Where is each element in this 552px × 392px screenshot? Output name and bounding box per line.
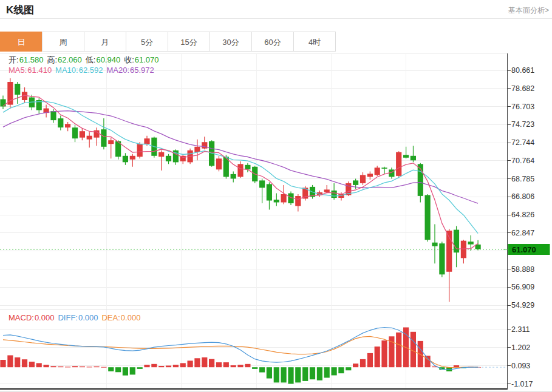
price-axis-label: 58.888 [511,265,534,274]
candle-body [259,180,265,188]
price-axis-label: 70.764 [511,157,534,165]
macd-hist-bar [80,367,85,367]
candle-body [274,200,279,203]
legend-value: 62.060 [58,55,82,64]
macd-legend: MACD:0.000DIFF:0.000DEA:0.000 [9,313,144,322]
macd-hist-bar [237,365,243,367]
candle-body [367,174,373,177]
macd-hist-bar [0,360,5,367]
legend-value: 61.580 [19,55,44,64]
candle-body [194,147,200,152]
macd-hist-bar [188,360,193,367]
price-axis-label: 68.785 [511,175,534,183]
candle-body [87,136,92,140]
legend-value: 62.592 [79,66,103,75]
legend-label: MA10: [55,66,78,75]
candle-body [439,243,445,274]
candle-body [50,111,56,120]
candle-body [0,100,5,107]
macd-hist-bar [259,367,265,372]
macd-hist-bar [137,367,143,369]
macd-hist-bar [302,367,308,381]
candle-body [130,156,135,160]
legend-label: 开: [9,55,19,64]
macd-hist-bar [166,366,171,368]
candle-body [15,84,20,95]
candle-body [123,156,128,163]
macd-hist-bar [274,367,279,382]
candle-body [202,142,207,149]
macd-hist-bar [367,353,373,367]
candle-body [281,194,287,203]
macd-hist-bar [288,367,293,384]
macd-hist-bar [36,363,42,367]
macd-hist-bar [375,346,380,367]
legend-label: 低: [86,55,96,64]
price-axis-label: 74.723 [511,120,534,129]
macd-hist-bar [295,367,301,382]
macd-hist-bar [115,367,121,372]
macd-hist-bar [72,366,78,367]
macd-hist-bar [381,340,387,367]
macd-hist-bar [65,367,70,367]
candle-body [381,167,387,169]
macd-hist-bar [396,333,401,367]
macd-hist-bar [281,367,287,382]
macd-axis-label: 0.093 [511,362,530,370]
macd-hist-bar [317,367,322,380]
current-price-tag-value: 61.070 [512,245,536,254]
macd-hist-bar [101,367,106,368]
macd-axis-label: 1.202 [511,343,530,352]
candle-body [324,189,330,192]
macd-hist-bar [267,367,272,378]
macd-hist-bar [310,367,315,379]
candle-body [137,144,143,157]
macd-hist-bar [22,359,27,367]
candle-body [425,195,431,240]
candle-body [108,140,114,144]
candle-body [461,241,466,259]
macd-hist-bar [231,365,236,367]
candle-body [216,158,222,169]
macd-hist-bar [411,332,416,367]
legend-value: 61.410 [27,66,52,75]
ohlc-legend: 开:61.580高:62.060低:60.940收:61.070 [9,55,163,66]
candle-body [158,152,164,157]
candle-body [80,131,85,138]
kline-app: K线图 基本面分析> 日周月5分15分30分60分4时 80.66178.682… [0,0,552,392]
legend-value: 65.972 [130,66,154,75]
price-axis-label: 76.703 [511,103,534,111]
legend-value: 60.940 [96,55,120,64]
price-axis-label: 80.661 [511,66,534,75]
macd-hist-bar [180,363,186,367]
candle-body [360,175,366,183]
macd-hist-bar [216,362,222,367]
candle-body [468,242,474,245]
candle-body [58,118,63,127]
price-axis-label: 64.826 [511,211,534,219]
macd-hist-bar [252,367,257,369]
legend-label: 高: [47,55,57,64]
candle-body [396,152,401,176]
macd-hist-bar [360,359,366,367]
candle-body [144,138,149,144]
macd-hist-bar [50,366,56,367]
legend-label: MACD: [9,313,34,322]
candle-body [245,165,250,170]
legend-label: DIFF: [58,313,78,322]
candle-body [231,174,236,179]
legend-value: 0.000 [35,313,55,322]
macd-hist-bar [15,357,20,367]
macd-hist-bar [332,367,337,375]
legend-label: MA20: [106,66,129,75]
macd-hist-bar [87,367,92,367]
macd-hist-bar [209,359,214,368]
candle-body [166,156,171,161]
macd-hist-bar [338,367,344,373]
price-axis-label: 54.929 [511,301,534,309]
macd-hist-bar [7,356,13,368]
price-axis-label: 56.909 [511,283,534,291]
macd-hist-bar [29,362,35,367]
candle-body [237,164,243,177]
candle-body [267,184,272,200]
